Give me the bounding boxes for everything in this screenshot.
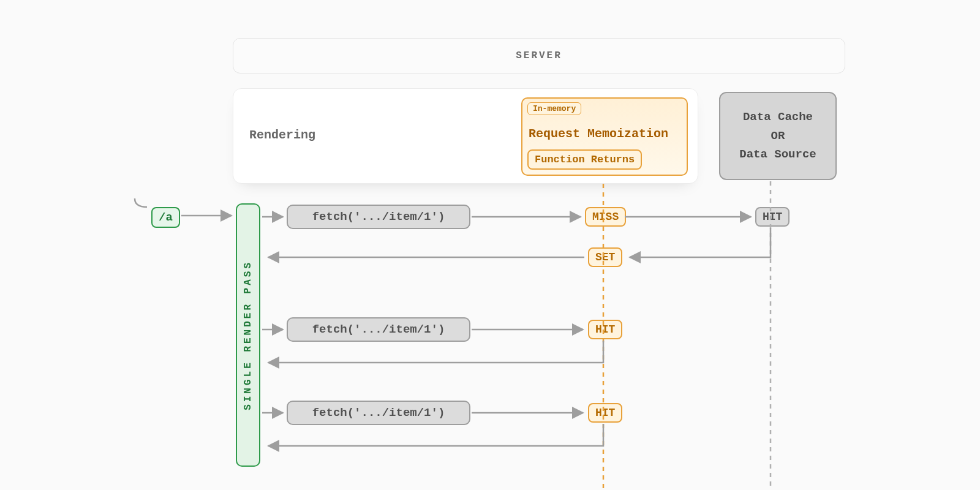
fetch-call-2: fetch('.../item/1')	[287, 317, 470, 342]
memo-hit-chip-1: HIT	[588, 320, 622, 339]
render-pass-label: SINGLE RENDER PASS	[243, 260, 254, 410]
memo-hit-chip-2: HIT	[588, 403, 622, 423]
memoization-box: In-memory Request Memoization Function R…	[521, 97, 688, 176]
data-cache-label: Data Cache OR Data Source	[739, 108, 816, 164]
cache-hit-chip: HIT	[755, 207, 790, 227]
arrows-layer	[0, 0, 980, 490]
memoization-tag: In-memory	[527, 102, 581, 115]
memo-set-chip: SET	[588, 247, 622, 267]
memoization-title: Request Memoization	[529, 127, 668, 141]
fetch-call-1: fetch('.../item/1')	[287, 205, 470, 229]
server-header: SERVER	[233, 38, 845, 74]
server-header-label: SERVER	[516, 50, 562, 61]
rendering-panel: Rendering In-memory Request Memoization …	[233, 88, 698, 184]
memoization-subtitle: Function Returns	[527, 149, 642, 170]
data-cache-box: Data Cache OR Data Source	[719, 92, 837, 180]
rendering-label: Rendering	[249, 128, 315, 142]
route-chip: /a	[151, 207, 180, 228]
memo-miss-chip: MISS	[585, 207, 626, 227]
render-pass-bar: SINGLE RENDER PASS	[236, 203, 260, 467]
fetch-call-3: fetch('.../item/1')	[287, 401, 470, 425]
